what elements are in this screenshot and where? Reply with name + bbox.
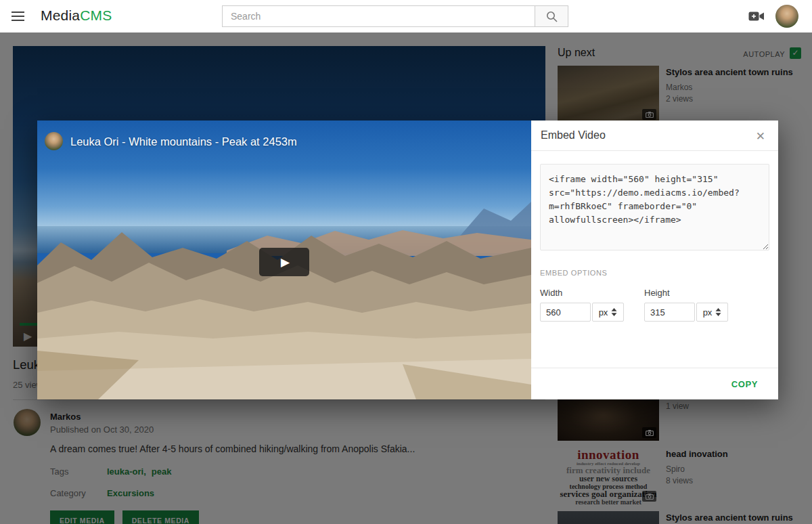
- search-bar: [222, 5, 568, 27]
- preview-play-button[interactable]: ▶: [259, 248, 309, 276]
- embed-options-label: EMBED OPTIONS: [540, 269, 769, 277]
- height-input[interactable]: [644, 303, 695, 322]
- height-unit-select[interactable]: px: [696, 303, 728, 322]
- menu-icon[interactable]: [12, 10, 25, 22]
- dimensions-row: Width px Height: [540, 288, 769, 322]
- unit-label: px: [703, 307, 713, 318]
- modal-footer: COPY: [531, 368, 778, 399]
- embed-panel: Embed Video ✕ <iframe width="560" height…: [531, 121, 778, 399]
- embed-video-preview[interactable]: Leuka Ori - White mountains - Peak at 24…: [37, 121, 531, 399]
- logo-cms: CMS: [80, 7, 112, 23]
- embed-code-textarea[interactable]: <iframe width="560" height="315" src="ht…: [540, 164, 769, 250]
- close-icon[interactable]: ✕: [753, 128, 768, 145]
- logo-media: Media: [41, 7, 80, 23]
- search-button[interactable]: [535, 5, 568, 27]
- top-bar: MediaCMS: [0, 0, 812, 32]
- unit-label: px: [599, 307, 608, 318]
- page: ▶ Leuka Ori - White mountains - Peak at …: [0, 0, 812, 524]
- user-avatar[interactable]: [775, 5, 798, 28]
- width-label: Width: [540, 288, 624, 298]
- play-icon: ▶: [279, 257, 290, 268]
- search-icon: [546, 11, 558, 22]
- search-input[interactable]: [222, 5, 535, 27]
- stepper-arrows-icon: [715, 308, 721, 316]
- height-field: Height px: [644, 288, 728, 322]
- copy-button[interactable]: COPY: [731, 368, 758, 400]
- width-field: Width px: [540, 288, 624, 322]
- height-label: Height: [644, 288, 728, 298]
- width-input[interactable]: [540, 303, 591, 322]
- preview-video-title: Leuka Ori - White mountains - Peak at 24…: [70, 135, 297, 148]
- upload-video-icon[interactable]: [748, 10, 765, 22]
- width-unit-select[interactable]: px: [592, 303, 624, 322]
- logo[interactable]: MediaCMS: [41, 7, 112, 24]
- stepper-arrows-icon: [611, 308, 617, 316]
- embed-modal: Leuka Ori - White mountains - Peak at 24…: [37, 121, 778, 399]
- preview-author-avatar[interactable]: [45, 132, 63, 150]
- modal-body: <iframe width="560" height="315" src="ht…: [531, 151, 778, 322]
- modal-header: Embed Video: [531, 121, 778, 151]
- modal-title: Embed Video: [541, 129, 606, 141]
